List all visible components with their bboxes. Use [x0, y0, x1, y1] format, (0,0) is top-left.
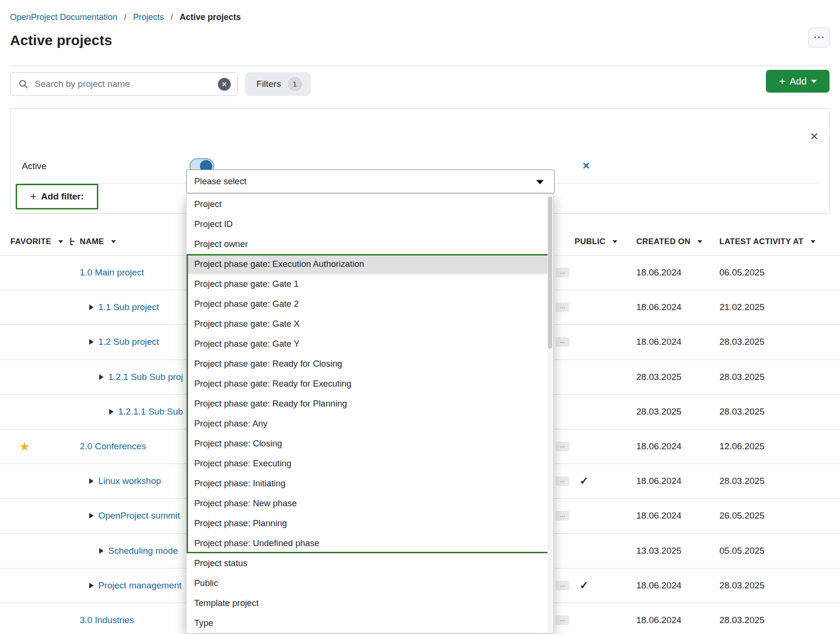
- column-header-latest-activity[interactable]: LATEST ACTIVITY AT: [719, 228, 815, 255]
- collapse-arrow-icon[interactable]: [109, 409, 113, 415]
- active-projects-page: OpenProject Documentation / Projects / A…: [0, 0, 840, 634]
- truncated-content-chip[interactable]: ...: [556, 581, 569, 590]
- created-on-cell: 28.03.2025: [636, 407, 681, 417]
- collapse-arrow-icon[interactable]: [89, 583, 94, 588]
- favorite-header-label: FAVORITE: [10, 237, 51, 246]
- collapse-arrow-icon[interactable]: [99, 548, 104, 554]
- dropdown-group-bottom: Project statusPublicTemplate projectType: [187, 553, 553, 633]
- close-icon: ✕: [222, 81, 227, 88]
- add-project-button[interactable]: + Add: [766, 70, 830, 93]
- scrollbar-thumb[interactable]: [548, 197, 552, 349]
- created-on-cell: 18.06.2024: [636, 337, 681, 347]
- close-filter-panel-button[interactable]: ✕: [810, 131, 819, 143]
- dropdown-group-top: ProjectProject IDProject owner: [187, 194, 553, 254]
- dropdown-option[interactable]: Project phase gate: Ready for Executing: [187, 374, 549, 394]
- breadcrumb-link-projects[interactable]: Projects: [133, 12, 164, 22]
- dropdown-option[interactable]: Project phase: Planning: [187, 513, 549, 533]
- breadcrumb-separator: /: [124, 12, 126, 22]
- column-header-name[interactable]: NAME: [80, 228, 116, 255]
- project-name-cell: Scheduling mode: [99, 546, 178, 556]
- created-on-cell: 28.03.2025: [636, 372, 681, 382]
- collapse-arrow-icon[interactable]: [99, 374, 104, 380]
- created-on-cell: 13.03.2025: [636, 546, 681, 556]
- dropdown-option[interactable]: Project phase: Closing: [187, 434, 549, 454]
- plus-icon: +: [30, 190, 37, 203]
- dropdown-scrollbar[interactable]: [547, 195, 553, 633]
- favorite-star-icon[interactable]: ★: [19, 439, 30, 454]
- search-input[interactable]: [34, 78, 218, 90]
- dropdown-option[interactable]: Project ID: [187, 214, 553, 234]
- add-filter-label: Add filter:: [41, 191, 84, 202]
- truncated-content-chip[interactable]: ...: [556, 476, 569, 486]
- dropdown-option[interactable]: Project status: [187, 553, 553, 573]
- dropdown-option[interactable]: Project phase gate: Gate 1: [187, 274, 549, 294]
- dropdown-option[interactable]: Project: [187, 194, 553, 214]
- public-check-icon: ✓: [575, 579, 594, 592]
- latest-activity-cell: 12.06.2025: [719, 441, 764, 452]
- project-name-link[interactable]: 2.0 Conferences: [80, 441, 146, 452]
- project-name-link[interactable]: 1.0 Main project: [80, 267, 144, 278]
- created-on-cell: 18.06.2024: [636, 302, 681, 312]
- hierarchy-sort-icon[interactable]: [69, 237, 76, 246]
- project-name-link[interactable]: Scheduling mode: [108, 546, 178, 556]
- add-filter-button[interactable]: + Add filter:: [16, 184, 98, 209]
- latest-activity-cell: 06.05.2025: [719, 267, 764, 278]
- dropdown-option[interactable]: Public: [187, 573, 553, 593]
- project-name-cell: OpenProject summit: [89, 511, 180, 521]
- dropdown-option[interactable]: Project phase gate: Execution Authorizat…: [187, 254, 549, 274]
- project-name-cell: 3.0 Industries: [80, 615, 134, 625]
- sort-caret-icon: [111, 240, 116, 243]
- dropdown-option[interactable]: Project phase gate: Gate X: [187, 314, 549, 334]
- created-on-header-label: CREATED ON: [636, 237, 690, 246]
- collapse-arrow-icon[interactable]: [89, 513, 94, 519]
- column-header-public[interactable]: PUBLIC: [575, 228, 617, 255]
- truncated-content-chip[interactable]: ...: [556, 268, 569, 277]
- remove-active-filter-button[interactable]: ✕: [582, 160, 590, 171]
- collapse-arrow-icon[interactable]: [89, 478, 94, 484]
- dropdown-option[interactable]: Project phase: Initiating: [187, 473, 549, 493]
- dropdown-option[interactable]: Template project: [187, 593, 553, 613]
- dropdown-option[interactable]: Project phase gate: Gate 2: [187, 294, 549, 314]
- dropdown-option[interactable]: Project phase gate: Ready for Planning: [187, 394, 549, 414]
- dropdown-option[interactable]: Project phase: Executing: [187, 454, 549, 473]
- project-name-link[interactable]: OpenProject summit: [98, 511, 180, 521]
- truncated-content-chip[interactable]: ...: [556, 511, 569, 520]
- breadcrumb-current: Active projects: [179, 12, 241, 22]
- collapse-arrow-icon[interactable]: [89, 304, 94, 310]
- project-name-link[interactable]: 1.1 Sub project: [98, 302, 159, 312]
- project-name-link[interactable]: 3.0 Industries: [80, 615, 134, 625]
- truncated-content-chip[interactable]: ...: [556, 337, 569, 347]
- project-name-link[interactable]: Linux workshop: [98, 476, 161, 486]
- filters-button[interactable]: Filters 1: [245, 72, 311, 96]
- dropdown-option[interactable]: Project phase: Undefined phase: [187, 533, 549, 553]
- dropdown-option[interactable]: Project phase: Any: [187, 414, 549, 434]
- chevron-down-icon: [536, 180, 544, 184]
- truncated-content-chip[interactable]: ...: [556, 615, 569, 625]
- truncated-content-chip[interactable]: ...: [556, 303, 569, 312]
- project-name-cell: 1.2.1.1 Sub Sub: [109, 407, 183, 417]
- project-name-link[interactable]: Project management: [98, 580, 181, 591]
- breadcrumb-link-openproject-documentation[interactable]: OpenProject Documentation: [10, 12, 117, 22]
- collapse-arrow-icon[interactable]: [89, 339, 94, 345]
- dropdown-option[interactable]: Type: [187, 613, 553, 633]
- filter-type-select[interactable]: Please select: [186, 170, 555, 193]
- breadcrumb: OpenProject Documentation / Projects / A…: [10, 12, 241, 22]
- project-name-link[interactable]: 1.2 Sub project: [98, 337, 159, 347]
- column-header-created-on[interactable]: CREATED ON: [636, 228, 702, 255]
- sort-caret-icon: [811, 240, 815, 243]
- dropdown-option[interactable]: Project owner: [187, 234, 553, 254]
- latest-activity-cell: 28.03.2025: [719, 372, 764, 382]
- dropdown-option[interactable]: Project phase gate: Ready for Closing: [187, 354, 549, 374]
- project-name-link[interactable]: 1.2.1.1 Sub Sub: [118, 407, 183, 417]
- page-more-actions-button[interactable]: ⋯: [808, 28, 830, 47]
- truncated-content-chip[interactable]: ...: [556, 442, 569, 451]
- clear-search-button[interactable]: ✕: [218, 78, 231, 91]
- plus-icon: +: [779, 76, 785, 86]
- column-header-favorite[interactable]: FAVORITE: [10, 228, 63, 255]
- dropdown-option[interactable]: Project phase gate: Gate Y: [187, 334, 549, 354]
- project-search-box[interactable]: ✕: [10, 72, 238, 96]
- latest-activity-cell: 26.05.2025: [719, 511, 764, 521]
- dropdown-option[interactable]: Project phase: New phase: [187, 493, 549, 513]
- latest-activity-cell: 05.05.2025: [719, 546, 764, 556]
- project-name-link[interactable]: 1.2.1 Sub Sub proj: [108, 372, 183, 382]
